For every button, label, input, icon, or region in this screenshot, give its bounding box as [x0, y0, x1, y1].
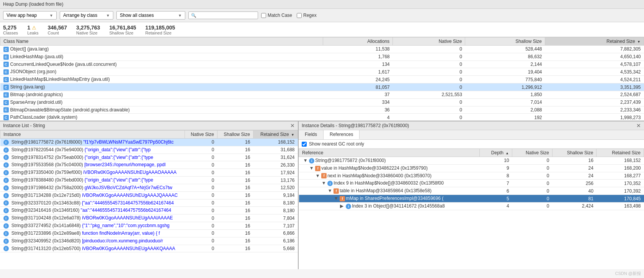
tab-references[interactable]: References	[324, 130, 360, 139]
instance-shallow-cell: 16	[217, 237, 253, 245]
table-row[interactable]: CConcurrentLinkedQueue$Node (java.util.c…	[0, 61, 644, 68]
list-item[interactable]: I String@1971986432 (0x758a2000) gWJkoJS…	[0, 184, 298, 191]
show-all-classes-dropdown[interactable]: Show all classes ▼	[116, 11, 185, 20]
list-item[interactable]: I String@1973350400 (0x759ef000) iVBORw0…	[0, 169, 298, 177]
retained-size-cell: 2,524,687	[545, 91, 644, 98]
table-row[interactable]: CBitmapDrawable$BitmapState (android.gra…	[0, 106, 644, 114]
match-case-checkbox[interactable]	[261, 13, 266, 18]
table-row[interactable]: CSparseArray (android.util) 334 0 7,014 …	[0, 98, 644, 106]
retained-size-column-header[interactable]: Retained Size ▼	[545, 38, 644, 46]
retained-size-cell: 4,524,211	[545, 76, 644, 83]
ref-native-size-header[interactable]: Native Size	[512, 149, 552, 157]
view-app-heap-dropdown[interactable]: View app heap ▼	[3, 11, 57, 20]
table-row[interactable]: CJSONObject (org.json) 1,617 0 19,404 4,…	[0, 68, 644, 76]
instance-retained-size-header[interactable]: Retained Size ▼	[253, 131, 297, 139]
tree-toggle[interactable]: ▼	[322, 180, 326, 186]
list-item[interactable]: ▼ ftable in HashMap@334859864 (0x13f58e5…	[299, 187, 644, 195]
shallow-size-cell: 86,632	[465, 53, 545, 61]
class-name-cell: CLinkedHashMap$LinkedHashMapEntry (java.…	[0, 76, 323, 83]
instance-column-header[interactable]: Instance	[0, 131, 185, 139]
instance-native-cell: 0	[185, 207, 217, 214]
allocations-column-header[interactable]: Allocations	[323, 38, 393, 46]
depth-cell: 5	[479, 195, 512, 203]
match-case-checkbox-label[interactable]: Match Case	[261, 13, 292, 18]
stat-count: 346,567 Count	[47, 25, 67, 35]
ref-retained-cell: 170,352	[597, 180, 644, 187]
ref-retained-cell: 170,392	[597, 187, 644, 195]
instance-native-cell: 0	[185, 177, 217, 184]
class-icon: C	[3, 62, 9, 67]
table-row[interactable]: CString (java.lang) 81,057 0 1,296,912 3…	[0, 83, 644, 91]
instance-native-size-header[interactable]: Native Size	[185, 131, 217, 139]
instance-list-panel: Instance List - String ✕ Instance Native…	[0, 121, 299, 269]
ref-retained-size-header[interactable]: Retained Size	[597, 149, 644, 157]
regex-checkbox[interactable]	[297, 13, 302, 18]
tree-toggle[interactable]: ▼	[334, 196, 338, 201]
instance-shallow-cell: 16	[217, 139, 253, 146]
instance-name-cell: I String@1973350400 (0x759ef000) iVBORw0…	[0, 169, 185, 177]
tree-toggle[interactable]: ▼	[309, 165, 314, 171]
reference-column-header[interactable]: Reference	[299, 149, 480, 157]
list-item[interactable]: I String@337274952 (0x141a6848) {"1":"pk…	[0, 222, 298, 230]
list-item[interactable]: I String@317134288 (0x12e715d0) iVBORw0K…	[0, 191, 298, 199]
table-row[interactable]: CLinkedHashMap$LinkedHashMapEntry (java.…	[0, 76, 644, 83]
list-item[interactable]: I String@317104248 (0x12e6a078) iVBORw0K…	[0, 214, 298, 222]
instance-native-cell: 0	[185, 161, 217, 169]
list-item[interactable]: ▶ iIndex 3 in Object[]@341141672 (0x1455…	[299, 202, 644, 210]
tab-fields[interactable]: Fields	[299, 130, 324, 139]
list-item[interactable]: I String@1978314752 (0x75eab000) {"origi…	[0, 154, 298, 161]
tree-toggle[interactable]: ▼	[315, 173, 320, 178]
instance-details-close-button[interactable]: ✕	[636, 123, 641, 129]
list-item[interactable]: I String@317413120 (0x12eb5700) iVBORw0K…	[0, 245, 298, 252]
tree-toggle[interactable]: ▼	[303, 158, 308, 163]
instance-shallow-size-header[interactable]: Shallow Size	[217, 131, 253, 139]
table-row[interactable]: CBitmap (android.graphics) 37 2,521,553 …	[0, 91, 644, 98]
native-size-column-header[interactable]: Native Size	[393, 38, 465, 46]
class-name-cell: CString (java.lang)	[0, 83, 323, 91]
classes-panel: Class Name Allocations Native Size Shall…	[0, 37, 644, 121]
show-gc-root-checkbox[interactable]	[302, 142, 307, 147]
instance-name-cell: I String@323370120 (0x13463c88) {"aa":"4…	[0, 199, 185, 207]
depth-sort-arrow-icon: ▲	[505, 151, 509, 155]
list-item[interactable]: I String@1975533568 (0x75c04000) [browse…	[0, 161, 298, 169]
class-icon: C	[3, 54, 9, 60]
tree-toggle[interactable]: ▶	[340, 203, 345, 209]
details-tabs: Fields References	[299, 130, 644, 140]
instance-list-table-container[interactable]: Instance Native Size Shallow Size Retain…	[0, 130, 298, 269]
regex-checkbox-label[interactable]: Regex	[297, 13, 317, 18]
classes-table-container[interactable]: Class Name Allocations Native Size Shall…	[0, 37, 644, 121]
reference-name-cell: ▼ iIndex 9 in HashMap$Node[]@334860032 (…	[299, 180, 480, 187]
list-item[interactable]: I String@1978388480 (0x75ebd000) {"origi…	[0, 177, 298, 184]
ref-shallow-size-header[interactable]: Shallow Size	[552, 149, 597, 157]
depth-column-header[interactable]: Depth ▲	[479, 149, 512, 157]
classes-value: 5,275	[3, 25, 16, 31]
class-name-column-header[interactable]: Class Name	[0, 38, 323, 46]
shallow-size-column-header[interactable]: Shallow Size	[465, 38, 545, 46]
retained-size-cell: 1,998,273	[545, 114, 644, 121]
list-item[interactable]: I String@323416416 (0x1346f160) "aa":"44…	[0, 207, 298, 214]
list-item[interactable]: I String@323370120 (0x13463c88) {"aa":"4…	[0, 199, 298, 207]
list-item[interactable]: I String@317233896 (0x12e89ae8) function…	[0, 229, 298, 237]
list-item[interactable]: I String@1981775872 (0x761f8000) "f1Yp7v…	[0, 139, 298, 146]
references-table-container[interactable]: Reference Depth ▲ Native Size Shallow Si…	[299, 149, 644, 269]
tree-toggle[interactable]: ▼	[328, 188, 332, 193]
list-item[interactable]: ▼ iString@1981775872 (0x761f8000) 10 0 1…	[299, 157, 644, 165]
table-row[interactable]: CObject[] (java.lang) 11,538 0 528,448 7…	[0, 46, 644, 53]
instance-retained-cell: 31,688	[253, 146, 297, 154]
table-row[interactable]: CLinkedHashMap (java.util) 1,768 0 86,63…	[0, 53, 644, 61]
table-row[interactable]: CPathClassLoader (dalvik.system) 4 0 192…	[0, 114, 644, 121]
search-input[interactable]	[198, 13, 255, 18]
list-item[interactable]: I String@323409952 (0x1346d820) [pinduod…	[0, 237, 298, 245]
instance-list-close-button[interactable]: ✕	[290, 123, 295, 129]
list-item[interactable]: ▼ fvalue in HashMap$Node@334862224 (0x13…	[299, 164, 644, 172]
list-item[interactable]: ▼ fnext in HashMap$Node@334860400 (0x13f…	[299, 172, 644, 180]
list-item[interactable]: ▼ fmMap in SharedPreferencesImpl@3348596…	[299, 195, 644, 203]
stat-leaks: 1 ⚠ Leaks	[27, 25, 38, 35]
arrange-by-class-dropdown[interactable]: Arrange by class ▼	[60, 11, 113, 20]
list-item[interactable]: I String@1978220544 (0x75e94000) {"origi…	[0, 146, 298, 154]
list-item[interactable]: ▼ iIndex 9 in HashMap$Node[]@334860032 (…	[299, 180, 644, 187]
depth-cell: 6	[479, 187, 512, 195]
instance-native-cell: 0	[185, 245, 217, 252]
retained-size-cell: 4,578,107	[545, 61, 644, 68]
sort-arrow-icon: ▼	[637, 40, 641, 44]
